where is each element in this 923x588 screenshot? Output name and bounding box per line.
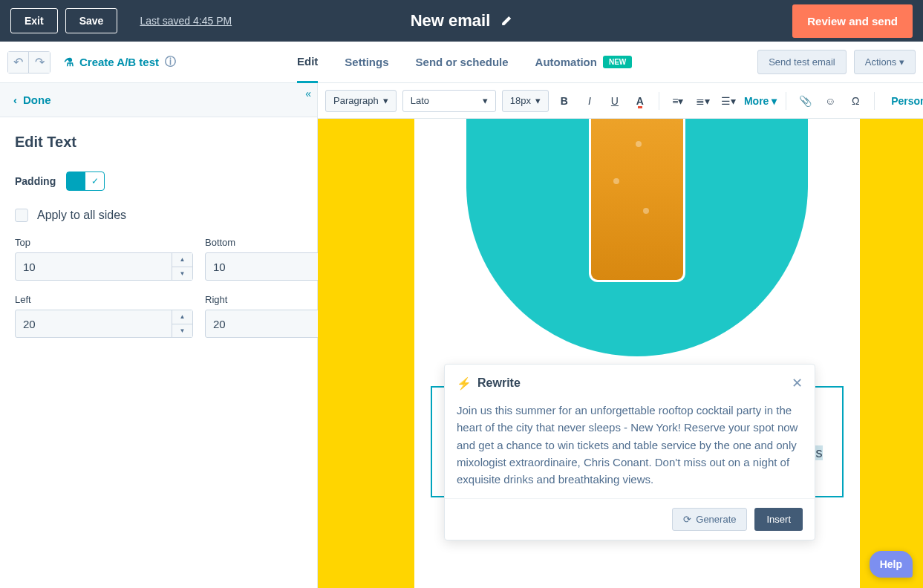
emoji-icon[interactable]: ☺: [821, 90, 840, 112]
top-bar: Exit Save Last saved 4:45 PM New email R…: [0, 0, 923, 42]
align-button[interactable]: ≡▾: [668, 90, 688, 112]
tab-settings[interactable]: Settings: [345, 42, 388, 83]
last-saved-link[interactable]: Last saved 4:45 PM: [140, 15, 232, 27]
apply-all-sides-checkbox[interactable]: [15, 209, 28, 222]
underline-button[interactable]: U: [605, 90, 624, 112]
left-down-icon[interactable]: ▼: [172, 324, 192, 338]
close-icon[interactable]: ✕: [792, 375, 803, 391]
line-height-button[interactable]: ≣▾: [694, 90, 713, 112]
personalize-link[interactable]: Personalize: [891, 95, 923, 107]
padding-toggle[interactable]: ✓: [66, 172, 105, 191]
exit-button[interactable]: Exit: [10, 8, 58, 33]
left-up-icon[interactable]: ▲: [172, 310, 192, 324]
tab-automation[interactable]: Automation NEW: [535, 42, 633, 83]
new-badge: NEW: [603, 56, 632, 68]
save-button[interactable]: Save: [65, 8, 118, 33]
top-down-icon[interactable]: ▼: [172, 267, 192, 281]
info-icon: ⓘ: [165, 55, 176, 69]
generate-button[interactable]: ⟳Generate: [672, 508, 747, 531]
collapse-sidebar-icon[interactable]: «: [305, 88, 311, 99]
help-button[interactable]: Help: [870, 551, 913, 578]
create-ab-test-link[interactable]: ⚗ Create A/B test ⓘ: [64, 55, 176, 69]
check-icon: ✓: [85, 172, 104, 190]
page-title: New email: [411, 11, 491, 30]
text-color-button[interactable]: A: [630, 90, 650, 112]
font-size-select[interactable]: 18px▾: [502, 90, 549, 112]
refresh-icon: ⟳: [683, 514, 691, 525]
omega-icon[interactable]: Ω: [846, 90, 865, 112]
tab-edit[interactable]: Edit: [297, 42, 318, 83]
top-label: Top: [15, 237, 193, 248]
padding-label: Padding: [15, 175, 56, 187]
actions-dropdown[interactable]: Actions: [854, 50, 916, 74]
paragraph-style-select[interactable]: Paragraph▾: [325, 90, 397, 112]
chevron-down-icon: ▾: [535, 95, 541, 106]
italic-button[interactable]: I: [580, 90, 599, 112]
done-button[interactable]: ‹ Done: [0, 83, 317, 117]
rewrite-body-text: Join us this summer for an unforgettable…: [445, 402, 815, 498]
apply-all-sides-label: Apply to all sides: [37, 209, 126, 222]
undo-button[interactable]: ↶: [8, 52, 29, 73]
left-label: Left: [15, 294, 193, 305]
insert-button[interactable]: Insert: [754, 508, 803, 531]
bolt-icon: ⚡: [457, 376, 472, 391]
done-label: Done: [23, 94, 51, 106]
main-tabs: Edit Settings Send or schedule Automatio…: [297, 42, 632, 83]
review-send-button[interactable]: Review and send: [792, 4, 913, 38]
chevron-down-icon: ▾: [483, 95, 488, 106]
tab-send-schedule[interactable]: Send or schedule: [416, 42, 509, 83]
padding-top-input[interactable]: [16, 253, 172, 280]
send-test-email-button[interactable]: Send test email: [757, 50, 847, 74]
attachment-icon[interactable]: 📎: [795, 90, 815, 112]
rewrite-panel: ⚡ Rewrite ✕ Join us this summer for an u…: [444, 364, 815, 540]
padding-left-input[interactable]: [16, 310, 172, 337]
chevron-left-icon: ‹: [13, 94, 17, 106]
list-button[interactable]: ☰▾: [719, 90, 738, 112]
tab-automation-label: Automation: [535, 56, 597, 68]
redo-button[interactable]: ↷: [29, 52, 50, 73]
sidebar-title: Edit Text: [15, 134, 302, 151]
second-bar: ↶ ↷ ⚗ Create A/B test ⓘ Edit Settings Se…: [0, 42, 923, 83]
bold-button[interactable]: B: [555, 90, 574, 112]
drink-image: [589, 119, 685, 282]
top-up-icon[interactable]: ▲: [172, 253, 192, 267]
hero-circle: [466, 119, 808, 356]
chevron-down-icon: ▾: [383, 95, 388, 106]
text-toolbar: Paragraph▾ Lato▾ 18px▾ B I U A ≡▾ ≣▾ ☰▾ …: [318, 83, 923, 119]
rewrite-title: Rewrite: [477, 376, 521, 390]
ab-test-label: Create A/B test: [79, 56, 159, 68]
email-canvas[interactable]: This summer, we'll be hosting a rooftop …: [318, 119, 923, 588]
font-select[interactable]: Lato▾: [402, 90, 496, 112]
undo-redo-group: ↶ ↷: [7, 51, 50, 74]
more-dropdown[interactable]: More: [744, 95, 777, 107]
flask-icon: ⚗: [64, 56, 74, 69]
edit-title-icon[interactable]: [500, 15, 512, 27]
canvas-area: Paragraph▾ Lato▾ 18px▾ B I U A ≡▾ ≣▾ ☰▾ …: [318, 83, 923, 588]
left-sidebar: « ‹ Done Edit Text Padding ✓ Apply to al…: [0, 83, 318, 588]
